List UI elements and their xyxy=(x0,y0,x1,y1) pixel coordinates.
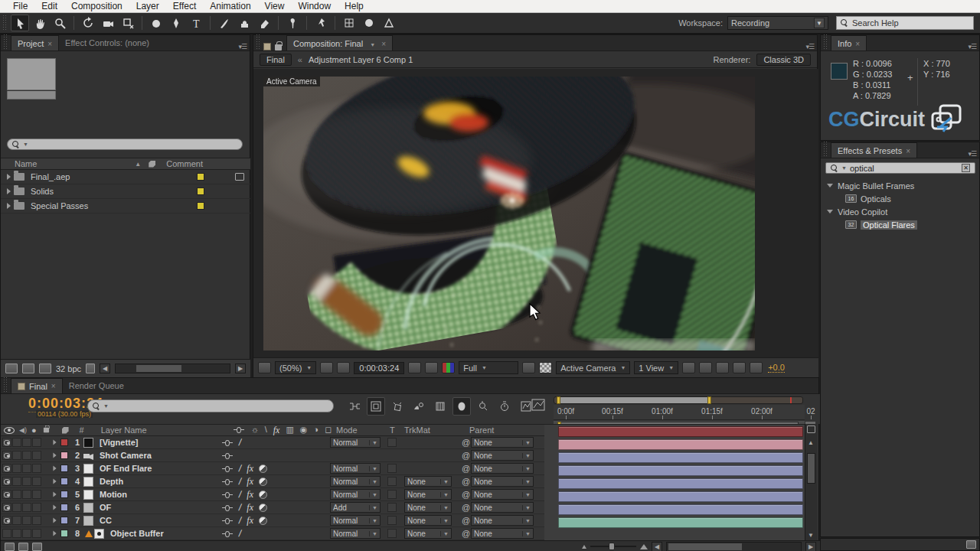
snapshot-icon[interactable] xyxy=(408,362,421,373)
collapse-arrow-icon[interactable] xyxy=(827,210,833,214)
column-mode[interactable]: Mode xyxy=(336,425,358,435)
effects-group-video-copilot[interactable]: Video Copilot xyxy=(821,205,980,218)
label-chip[interactable] xyxy=(60,491,68,498)
lock-icon[interactable] xyxy=(275,44,282,51)
layer-duration-bar-4[interactable] xyxy=(558,465,803,476)
lock-switch[interactable] xyxy=(32,503,41,512)
comp-panel-grip[interactable] xyxy=(256,34,261,51)
axis-mode-1[interactable] xyxy=(340,15,358,31)
layer-switches[interactable]: /fx xyxy=(221,502,267,514)
quality-switch[interactable]: / xyxy=(238,489,243,500)
new-composition-icon[interactable] xyxy=(39,364,51,373)
scroll-up-icon[interactable]: ▲ xyxy=(808,439,814,446)
timeline-zoom-slider[interactable] xyxy=(590,546,636,547)
lock-switch[interactable] xyxy=(32,438,41,447)
close-icon[interactable]: × xyxy=(51,379,56,394)
parent-dropdown[interactable]: None▼ xyxy=(471,489,534,500)
pick-whip-icon[interactable]: @ xyxy=(462,464,470,473)
video-switch[interactable] xyxy=(2,503,11,512)
view-dropdown[interactable]: Active Camera▼ xyxy=(556,361,630,374)
view-layout-dropdown[interactable]: 1 View▼ xyxy=(634,361,678,374)
fx-switch[interactable]: fx xyxy=(247,463,253,474)
trkmat-box[interactable] xyxy=(387,503,397,512)
lock-column-icon[interactable] xyxy=(43,428,48,432)
layer-duration-bar-6[interactable] xyxy=(558,491,803,502)
effects-item-opticals[interactable]: 16Opticals xyxy=(821,192,980,205)
timeline-grip[interactable] xyxy=(3,377,8,393)
new-folder-icon[interactable] xyxy=(22,364,34,373)
audio-switch[interactable] xyxy=(12,438,21,447)
lock-switch[interactable] xyxy=(32,464,41,473)
safe-margins-icon[interactable] xyxy=(320,362,333,373)
navigator-start-handle[interactable] xyxy=(557,396,560,404)
expand-arrow-icon[interactable] xyxy=(7,203,11,209)
effects-item-optical-flares[interactable]: 32Optical Flares xyxy=(821,218,980,231)
expand-arrow-icon[interactable] xyxy=(7,188,11,194)
mode-dropdown[interactable]: Normal▼ xyxy=(330,476,381,487)
mode-dropdown[interactable]: Normal▼ xyxy=(330,528,381,539)
navigator-bar[interactable] xyxy=(559,397,710,403)
layer-duration-bar-5[interactable] xyxy=(558,478,803,489)
fx-switch[interactable]: fx xyxy=(247,476,253,487)
label-chip[interactable] xyxy=(60,517,68,524)
clear-search-icon[interactable]: ✕ xyxy=(962,164,970,172)
layer-row-4[interactable]: 4Depth/fxNormal▼None▼@None▼ xyxy=(1,475,544,488)
layer-switches[interactable] xyxy=(221,451,234,460)
vscroll-thumb[interactable] xyxy=(807,453,815,484)
effects-search-input[interactable]: ▼ optical ✕ xyxy=(825,162,975,174)
project-panel-grip[interactable] xyxy=(3,34,8,51)
motion-blur-switch[interactable] xyxy=(259,478,267,486)
trkmat-box[interactable] xyxy=(387,516,397,525)
magnification-dropdown[interactable]: (50%)▼ xyxy=(275,361,316,374)
expand-arrow-icon[interactable] xyxy=(53,492,56,497)
pan-behind-tool[interactable] xyxy=(119,15,137,31)
solo-switch[interactable] xyxy=(22,438,31,447)
quality-switch[interactable]: / xyxy=(238,463,243,474)
column-parent[interactable]: Parent xyxy=(469,425,494,435)
project-search-input[interactable]: ▼ xyxy=(7,139,243,150)
transparency-grid-icon[interactable] xyxy=(539,362,552,373)
label-column-icon[interactable] xyxy=(149,161,155,168)
shy-switch[interactable] xyxy=(221,503,234,512)
lock-switch[interactable] xyxy=(32,529,41,538)
video-switch[interactable] xyxy=(2,477,11,486)
menu-animation[interactable]: Animation xyxy=(203,1,257,11)
toggle-switches-icon[interactable] xyxy=(32,543,42,551)
tab-composition-final[interactable]: Composition: Final ▼ × xyxy=(286,35,393,51)
project-item-special-passes[interactable]: Special Passes xyxy=(1,199,250,214)
layer-row-6[interactable]: 6OF/fxAdd▼None▼@None▼ xyxy=(1,501,544,514)
solo-switch[interactable] xyxy=(22,490,31,499)
pen-tool[interactable] xyxy=(167,15,185,31)
trash-icon[interactable] xyxy=(86,364,95,373)
lock-switch[interactable] xyxy=(32,490,41,499)
tab-info[interactable]: Info× xyxy=(831,35,867,51)
zoom-tool[interactable] xyxy=(51,15,69,31)
mode-dropdown[interactable]: Normal▼ xyxy=(330,515,381,526)
composition-mini-flowchart-icon[interactable] xyxy=(345,397,364,416)
solo-switch[interactable] xyxy=(22,451,31,460)
project-column-header[interactable]: Name ▲ Comment xyxy=(1,158,250,170)
expand-arrow-icon[interactable] xyxy=(53,479,56,484)
flowchart-icon[interactable] xyxy=(235,173,244,181)
video-switch[interactable] xyxy=(2,529,11,538)
search-help-input[interactable]: Search Help xyxy=(836,16,974,30)
column-layer-name[interactable]: Layer Name xyxy=(101,425,147,435)
shy-switch[interactable] xyxy=(221,451,234,460)
interpret-footage-icon[interactable] xyxy=(5,364,18,373)
clone-stamp-tool[interactable] xyxy=(235,15,253,31)
shy-switch[interactable] xyxy=(221,490,234,499)
switches-column-icons[interactable]: ☼ \ fx ▥ ◉ ◑ ◻ xyxy=(233,425,332,436)
shy-icon[interactable] xyxy=(233,425,245,434)
mode-dropdown[interactable]: Normal▼ xyxy=(330,437,381,448)
layer-switches[interactable]: /fx xyxy=(221,476,267,487)
frame-blending-icon[interactable] xyxy=(410,397,428,416)
region-of-interest-icon[interactable] xyxy=(337,362,350,373)
trkmat-box[interactable] xyxy=(387,529,397,538)
label-chip[interactable] xyxy=(60,530,68,537)
column-name[interactable]: Name xyxy=(15,159,37,168)
label-chip[interactable] xyxy=(197,173,204,181)
always-preview-icon[interactable] xyxy=(258,362,271,373)
tab-effect-controls[interactable]: Effect Controls: (none) xyxy=(59,35,155,51)
quality-switch[interactable]: / xyxy=(238,528,243,539)
navigator-end-handle[interactable] xyxy=(707,396,711,404)
